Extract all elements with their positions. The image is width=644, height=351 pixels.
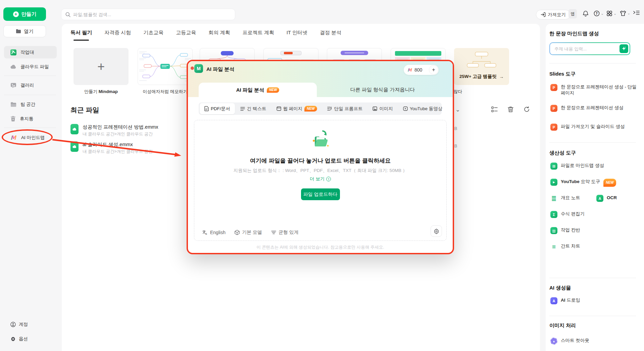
- ai-mindmap-logo-icon: M: [10, 135, 17, 140]
- recent-files-title: 최근 파일: [70, 105, 99, 115]
- tool-slides-from-file[interactable]: P 파일 가져오기 및 슬라이드 생성: [550, 124, 625, 131]
- model-selector[interactable]: 기본 모델: [235, 229, 262, 235]
- sidebar-item-workbench[interactable]: 작업대: [4, 46, 57, 58]
- collapse-panel-button[interactable]: [633, 10, 640, 16]
- tool-slides-single-page[interactable]: P 한 문장으로 프레젠테이션 생성 - 단일 페이지: [550, 84, 639, 96]
- search-input[interactable]: [73, 12, 231, 17]
- account-button[interactable]: 계정: [10, 321, 28, 327]
- add-credits-button[interactable]: +: [429, 65, 438, 75]
- topic-input[interactable]: [554, 46, 617, 51]
- subtab-web-page[interactable]: 웹 페이지 NEW: [272, 103, 322, 114]
- tool-mindmap-from-file[interactable]: ⊞ 파일로 마인드맵 생성: [550, 163, 604, 170]
- sort-chevron-icon[interactable]: ⌄: [455, 106, 460, 113]
- create-button[interactable]: + 만들기: [3, 7, 46, 21]
- browser-icon: [277, 106, 281, 111]
- import-button[interactable]: 가져오기: [536, 10, 571, 19]
- ai-disclaimer: 이 콘텐츠는 AI에 의해 생성되었습니다. 참고용으로만 사용해 주세요.: [188, 245, 453, 250]
- settings-button[interactable]: [431, 225, 442, 237]
- apps-menu[interactable]: ⌄: [606, 10, 616, 16]
- tool-label: AI 드로잉: [561, 297, 580, 303]
- sidebar-item-team-space[interactable]: 팀 공간: [4, 98, 57, 111]
- sidebar-divider: [4, 95, 56, 95]
- svg-text:?: ?: [596, 12, 598, 15]
- theme-menu[interactable]: ⌄: [620, 10, 630, 16]
- tab-ai-file-analysis[interactable]: AI 파일 분석 NEW: [199, 83, 317, 97]
- upload-file-button[interactable]: 파일 업로드하다: [301, 188, 340, 200]
- language-value: English: [210, 230, 226, 235]
- file-type-subtabs: PDF/문서 긴 텍스트 웹 페이지 NEW 단일 프롬프트 이미지 YouTu…: [199, 102, 442, 115]
- subtab-long-text[interactable]: 긴 텍스트: [236, 103, 271, 114]
- tab-import-other-formats[interactable]: 다른 파일 형식을 가져옵니다: [317, 83, 448, 97]
- tool-label-rest: 요약 도구: [580, 179, 600, 184]
- refresh-icon[interactable]: [524, 106, 530, 113]
- tab-certification[interactable]: 자격증 시험: [104, 30, 131, 41]
- close-window-dot[interactable]: [191, 67, 194, 70]
- create-mindmap-card[interactable]: +: [73, 48, 129, 85]
- app-badge-label: 앱: [571, 11, 575, 17]
- tool-youtube-summary[interactable]: ▶ YouTube 요약 도구 NEW: [550, 179, 616, 187]
- image-section-title: 이미지 처리: [549, 322, 576, 329]
- tab-reading-notes[interactable]: 독서 필기: [70, 30, 92, 41]
- premium-templates-card[interactable]: 25W+ 고급 템플릿 →: [454, 48, 509, 85]
- notifications-button[interactable]: [583, 10, 589, 17]
- more-info-link[interactable]: 더 보기 ?: [310, 176, 331, 182]
- tab-basic-education[interactable]: 기초교육: [143, 30, 163, 41]
- sidebar-divider: [4, 76, 56, 76]
- more-label: 더 보기: [310, 176, 325, 182]
- subtab-single-prompt[interactable]: 단일 프롬프트: [323, 103, 367, 114]
- create-button-label: 만들기: [21, 11, 37, 17]
- premium-card-label: 25W+ 고급 템플릿: [459, 74, 497, 80]
- tool-ocr[interactable]: A OCR: [596, 195, 617, 202]
- upload-folder-icon: [309, 130, 332, 152]
- tone-selector[interactable]: 균형 있게: [271, 229, 299, 235]
- trash-icon[interactable]: [507, 106, 514, 113]
- tshirt-icon: [620, 10, 626, 16]
- view-toggle-icon[interactable]: [491, 106, 498, 113]
- credits-pill[interactable]: M 800 +: [404, 65, 439, 75]
- outline-notes-icon: ≣: [550, 195, 557, 202]
- options-button[interactable]: 옵션: [10, 336, 28, 342]
- tool-gantt-chart[interactable]: ≡ 간트 차트: [550, 243, 580, 250]
- help-menu[interactable]: ? ⌄: [594, 10, 604, 16]
- app-shortcut-badge[interactable]: 앱: [568, 9, 577, 18]
- sidebar-item-ai-mindmap[interactable]: M AI 마인드맵: [4, 131, 57, 144]
- subtab-image[interactable]: 이미지: [368, 103, 398, 114]
- tool-formula-editor[interactable]: Σ 수식 편집기: [550, 211, 585, 218]
- tab-it-internet[interactable]: IT 인터넷: [287, 30, 307, 41]
- import-label: 가져오기: [548, 12, 566, 18]
- tab-decision-analysis[interactable]: 결정 분석: [320, 30, 341, 41]
- generate-button[interactable]: [620, 44, 628, 53]
- sidebar-item-cloud-files[interactable]: 클라우드 파일: [4, 60, 57, 73]
- open-button[interactable]: 열기: [3, 25, 46, 37]
- tool-label-rest: 드로잉: [565, 298, 580, 303]
- sidebar-item-trash[interactable]: 휴지통: [4, 113, 57, 125]
- subtab-pdf-document[interactable]: PDF/문서: [200, 103, 235, 114]
- file-dropzone[interactable]: 여기에 파일을 끌어다 놓거나 업로드 버튼을 클릭하세요 지원되는 업로드 형…: [194, 120, 447, 241]
- tab-higher-education[interactable]: 고등교육: [176, 30, 196, 41]
- tool-outline-notes[interactable]: ≣ 개요 노트: [550, 195, 580, 202]
- translate-icon: a: [202, 230, 208, 235]
- language-selector[interactable]: a English: [202, 230, 226, 235]
- sidebar-item-gallery[interactable]: 갤러리: [4, 79, 57, 91]
- tool-task-kanban[interactable]: ▥ 작업 칸반: [550, 227, 580, 234]
- document-icon: [204, 106, 209, 111]
- tool-ai-drawing[interactable]: A AI 드로잉: [550, 297, 580, 304]
- import-icon: [541, 12, 546, 17]
- gear-icon: [434, 228, 439, 234]
- tab-meeting-plan[interactable]: 회의 계획: [208, 30, 230, 41]
- formula-icon: Σ: [550, 211, 557, 218]
- arrow-right-icon: →: [499, 74, 504, 79]
- subtab-youtube-video[interactable]: YouTube 동영상: [398, 103, 447, 114]
- tool-slides-from-sentence[interactable]: P 한 문장으로 프레젠테이션 생성: [550, 105, 624, 112]
- cube-icon: [235, 230, 240, 235]
- tab-project-plan[interactable]: 프로젝트 계획: [243, 30, 274, 41]
- video-play-icon: [403, 106, 408, 111]
- cloud-file-icon: [70, 141, 79, 152]
- subtab-label: 웹 페이지: [283, 106, 303, 112]
- tool-smart-cutout[interactable]: ▲ 스마트 컷아웃: [550, 338, 589, 345]
- template-card[interactable]: [138, 48, 193, 85]
- team-folder-icon: [10, 102, 16, 107]
- bell-icon: [583, 10, 589, 17]
- modal-header: M AI 파일 분석 M 800 + AI 파일 분석 NEW 다른 파일 형식…: [188, 61, 453, 97]
- tool-label: 파일 가져오기 및 슬라이드 생성: [561, 124, 625, 130]
